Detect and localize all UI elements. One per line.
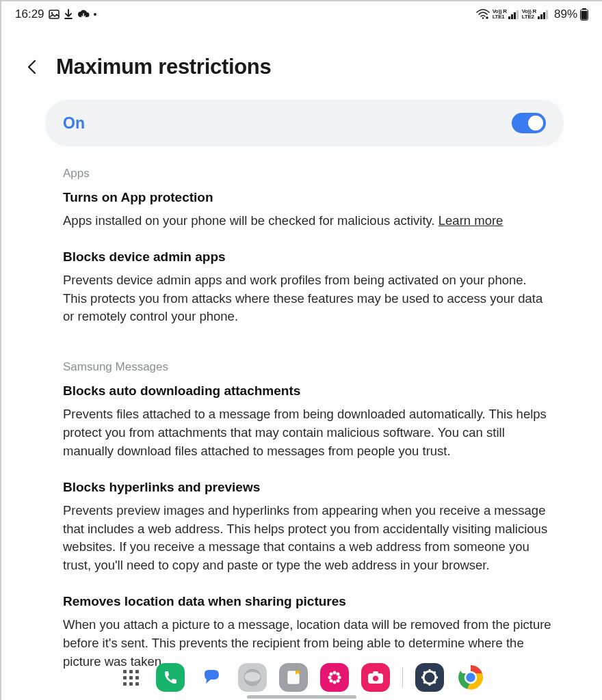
sim2-group: Vo)) R LTE2 (522, 9, 549, 20)
svg-point-25 (329, 679, 332, 683)
phone-app-icon[interactable] (156, 663, 185, 692)
svg-point-41 (427, 675, 432, 680)
cloud-download-icon (77, 10, 90, 19)
section-label-messages: Samsung Messages (63, 360, 553, 374)
svg-rect-8 (540, 14, 542, 19)
status-bar: 16:29 Vo)) R LTE1 Vo)) R LTE2 (1, 1, 602, 27)
svg-point-2 (482, 17, 483, 18)
setting-item-block-admin-apps: Blocks device admin apps Prevents device… (63, 250, 553, 326)
status-left: 16:29 (15, 8, 96, 21)
svg-rect-4 (511, 14, 513, 19)
toggle-knob (528, 116, 543, 131)
svg-point-22 (337, 676, 341, 679)
svg-point-24 (336, 673, 339, 676)
svg-rect-13 (581, 11, 588, 20)
svg-rect-9 (543, 12, 545, 19)
svg-point-19 (332, 671, 336, 675)
toggle-switch[interactable] (512, 113, 546, 133)
signal-icon (538, 10, 549, 19)
item-title: Blocks device admin apps (63, 250, 553, 265)
gallery-app-icon[interactable] (320, 663, 349, 692)
picture-icon (49, 9, 60, 20)
section-label-apps: Apps (63, 167, 553, 180)
setting-item-remove-location: Removes location data when sharing pictu… (63, 594, 553, 671)
item-title: Blocks auto downloading attachments (63, 383, 553, 399)
svg-line-37 (423, 672, 426, 674)
wifi-icon (476, 9, 490, 20)
toggle-label: On (63, 114, 85, 133)
setting-item-block-hyperlinks: Blocks hyperlinks and previews Prevents … (63, 480, 553, 575)
more-notifications-icon (94, 13, 96, 16)
item-desc: Prevents preview images and hyperlinks f… (63, 502, 553, 575)
setting-item-block-auto-download: Blocks auto downloading attachments Prev… (63, 383, 553, 460)
svg-point-26 (336, 679, 339, 683)
svg-line-40 (423, 682, 426, 684)
settings-app-icon[interactable] (415, 663, 444, 692)
battery-icon (580, 8, 588, 21)
chrome-app-icon[interactable] (456, 663, 485, 692)
svg-line-39 (433, 672, 435, 674)
svg-point-20 (332, 681, 336, 684)
svg-line-38 (433, 682, 435, 684)
content: Apps Turns on App protection Apps instal… (1, 146, 602, 671)
item-desc: Prevents files attached to a message fro… (63, 405, 553, 460)
sim1-group: Vo)) R LTE1 (493, 9, 519, 20)
svg-rect-10 (546, 10, 548, 19)
svg-rect-6 (516, 10, 519, 19)
internet-app-icon[interactable] (238, 663, 267, 692)
item-desc: Prevents device admin apps and work prof… (63, 271, 553, 326)
learn-more-link[interactable]: Learn more (439, 213, 503, 228)
svg-point-27 (332, 675, 337, 679)
messages-app-icon[interactable] (197, 663, 226, 692)
battery-percent: 89% (554, 8, 577, 21)
svg-rect-29 (373, 671, 378, 674)
nav-handle[interactable] (247, 695, 356, 699)
svg-point-23 (329, 673, 332, 676)
dock (1, 663, 602, 692)
item-title: Removes location data when sharing pictu… (63, 594, 553, 609)
svg-rect-3 (508, 16, 510, 19)
notes-app-icon[interactable] (279, 663, 308, 692)
chevron-left-icon (25, 59, 39, 75)
setting-item-app-protection: Turns on App protection Apps installed o… (63, 190, 553, 230)
back-button[interactable] (22, 57, 42, 77)
master-toggle-card[interactable]: On (45, 100, 564, 146)
svg-point-21 (328, 676, 331, 679)
svg-rect-7 (538, 16, 540, 19)
apps-drawer-button[interactable] (119, 665, 144, 690)
page-title: Maximum restrictions (56, 55, 271, 79)
item-title: Blocks hyperlinks and previews (63, 480, 553, 495)
item-desc: Apps installed on your phone will be che… (63, 212, 553, 230)
item-title: Turns on App protection (63, 190, 553, 205)
signal-icon (508, 10, 519, 19)
camera-app-icon[interactable] (361, 663, 390, 692)
download-icon (64, 9, 73, 20)
svg-point-15 (244, 672, 261, 682)
status-right: Vo)) R LTE1 Vo)) R LTE2 89% (476, 8, 588, 21)
page-header: Maximum restrictions (1, 27, 602, 100)
svg-rect-5 (514, 12, 516, 19)
status-time: 16:29 (15, 8, 44, 21)
dock-separator (402, 667, 403, 688)
svg-point-1 (51, 12, 53, 14)
